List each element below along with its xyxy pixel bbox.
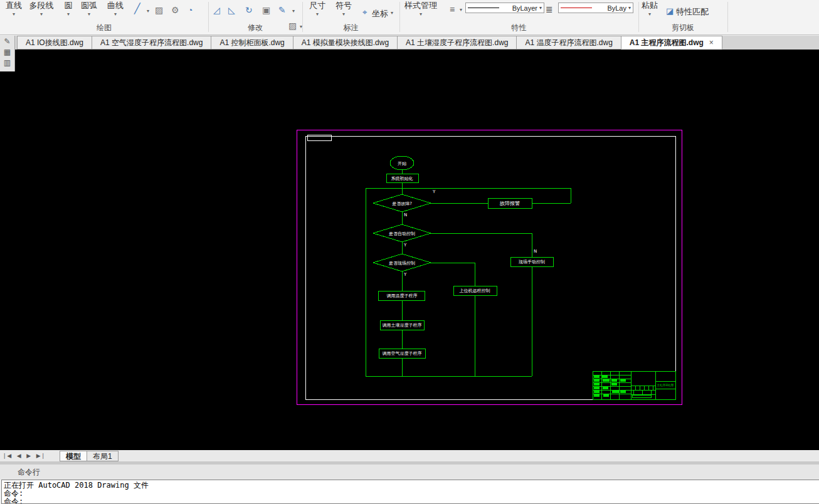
prev-sheet-icon[interactable]: ◀ — [17, 453, 23, 459]
construction-line-icon[interactable]: ╱ — [134, 4, 140, 14]
chevron-down-icon[interactable]: ▾ — [334, 11, 354, 17]
chevron-down-icon[interactable]: ▾ — [391, 10, 393, 16]
chevron-down-icon[interactable]: ▾ — [640, 11, 660, 17]
match-properties-icon[interactable]: ◪ — [666, 6, 674, 16]
match-properties-label[interactable]: 特性匹配 — [676, 6, 709, 18]
chevron-down-icon[interactable]: ▾ — [78, 11, 100, 17]
rotate-icon[interactable]: ↻ — [245, 5, 253, 15]
file-tabs: A1 IO接线图.dwg A1 空气湿度子程序流程图.dwg A1 控制柜面板.… — [17, 36, 722, 50]
chevron-down-icon[interactable]: ▾ — [26, 11, 56, 17]
init-node-label[interactable]: 系统初始化 — [391, 176, 413, 181]
title-block-cell — [602, 375, 608, 378]
chevron-down-icon[interactable]: ▾ — [292, 8, 295, 14]
drawing-canvas[interactable]: 开始 系统初始化 是否故障? Y N 故障报警 是否自动控制 Y N 现场手动控… — [0, 50, 819, 450]
coordinate-icon[interactable]: ⌖ — [362, 8, 367, 18]
tab-layout1[interactable]: 布局1 — [87, 451, 119, 461]
tab-main-program-flow[interactable]: A1 主程序流程图.dwg × — [621, 36, 722, 50]
file-tab-bar: A1 IO接线图.dwg A1 空气湿度子程序流程图.dwg A1 控制柜面板.… — [0, 36, 819, 50]
chevron-down-icon[interactable]: ▾ — [628, 5, 631, 11]
tab-soil-humidity-flow[interactable]: A1 土壤湿度子程序流程图.dwg — [397, 36, 517, 50]
chevron-down-icon[interactable]: ▾ — [60, 11, 77, 17]
polyline-button-label: 多段线 — [29, 1, 54, 10]
paper-border[interactable] — [297, 130, 682, 404]
call-soil-humidity-label[interactable]: 调用土壤湿度子程序 — [383, 323, 422, 328]
call-air-humidity-label[interactable]: 调用空气湿度子程序 — [383, 351, 422, 356]
start-node-label[interactable]: 开始 — [398, 161, 407, 166]
draw-panel-label: 绘图 — [0, 23, 208, 33]
spline-button[interactable]: 曲线 ▾ — [104, 1, 127, 17]
grid-tool-icon[interactable]: ▦ — [4, 47, 11, 58]
lineweight-icon[interactable]: ≣ — [546, 4, 553, 14]
title-block-cell — [620, 391, 626, 393]
remote-control-label[interactable]: 上位机远程控制 — [460, 288, 490, 293]
symbol-button[interactable]: 符号 ▾ — [334, 1, 354, 17]
title-block-cell — [594, 383, 600, 386]
tab-analog-module[interactable]: A1 模拟量模块接线图.dwg — [293, 36, 398, 50]
title-block-cell — [594, 379, 600, 382]
chevron-down-icon[interactable]: ▾ — [403, 11, 438, 17]
paste-button[interactable]: 粘贴 ▾ — [640, 1, 660, 17]
color-preview — [561, 8, 592, 8]
stretch-icon[interactable]: ◿ — [213, 5, 220, 15]
chevron-down-icon[interactable]: ▾ — [147, 8, 149, 14]
hatch-icon[interactable]: ▨ — [155, 5, 163, 15]
border-tag-box[interactable] — [307, 135, 331, 140]
arc-button[interactable]: 圆弧 ▾ — [78, 1, 100, 17]
tab-label: A1 土壤湿度子程序流程图.dwg — [406, 38, 508, 48]
chevron-down-icon[interactable]: ▾ — [104, 11, 127, 17]
properties-panel-label: 特性 — [399, 23, 638, 33]
command-line-text: 命令: — [4, 490, 819, 498]
array-icon[interactable]: ▣ — [262, 5, 270, 15]
title-block[interactable]: 主程序流程图 — [593, 371, 675, 399]
last-sheet-icon[interactable]: ▶| — [36, 453, 46, 459]
ribbon: 直线 ▾ 多段线 ▾ 圆 ▾ 圆弧 ▾ 曲线 ▾ ╱ ▾ ▨ ⚙ ◔ 绘图 ◿ … — [0, 0, 819, 35]
line-button[interactable]: 直线 ▾ — [4, 1, 24, 17]
branch-yes-label: Y — [403, 272, 407, 277]
edit-icon[interactable]: ✎ — [278, 5, 286, 15]
tab-io-wiring[interactable]: A1 IO接线图.dwg — [17, 36, 92, 50]
first-sheet-icon[interactable]: |◀ — [4, 453, 13, 459]
annotate-tool-icon[interactable]: ✎ — [4, 36, 10, 47]
tab-label: A1 温度子程序流程图.dwg — [525, 38, 612, 48]
tab-model[interactable]: 模型 — [60, 451, 87, 461]
pie-wipeout-icon[interactable]: ◔ — [188, 5, 193, 15]
chevron-down-icon[interactable]: ▾ — [460, 7, 462, 13]
dimension-button-label: 尺寸 — [309, 1, 325, 10]
decision-auto-label[interactable]: 是否自动控制 — [389, 231, 415, 236]
linetype-dropdown[interactable]: ByLayer ▾ — [465, 3, 544, 13]
dimension-button[interactable]: 尺寸 ▾ — [307, 1, 327, 17]
coordinate-button-label[interactable]: 坐标 — [372, 8, 388, 19]
style-manager-button[interactable]: 样式管理 ▾ — [403, 1, 438, 17]
next-sheet-icon[interactable]: ▶ — [26, 453, 33, 459]
linetype-preview — [468, 8, 499, 8]
call-temperature-label[interactable]: 调用温度子程序 — [387, 293, 418, 298]
polyline-button[interactable]: 多段线 ▾ — [26, 1, 56, 17]
annotate-panel-label: 标注 — [302, 23, 399, 33]
drawing-svg: 开始 系统初始化 是否故障? Y N 故障报警 是否自动控制 Y N 现场手动控… — [0, 50, 819, 450]
chamfer-icon[interactable]: ◺ — [228, 5, 235, 15]
alarm-node-label[interactable]: 故障报警 — [500, 201, 520, 206]
command-palette-title[interactable]: 命令行 — [0, 465, 819, 480]
paste-button-label: 粘贴 — [642, 1, 658, 10]
circle-button[interactable]: 圆 ▾ — [60, 1, 77, 17]
inner-border[interactable] — [305, 136, 675, 399]
chevron-down-icon[interactable]: ▾ — [4, 11, 24, 17]
table-tool-icon[interactable]: ▥ — [4, 58, 11, 68]
tab-air-humidity-flow[interactable]: A1 空气湿度子程序流程图.dwg — [92, 36, 211, 50]
chevron-down-icon[interactable]: ▾ — [539, 5, 542, 11]
manual-control-label[interactable]: 现场手动控制 — [519, 260, 545, 265]
command-line-area[interactable]: 正在打开 AutoCAD 2018 Drawing 文件 命令: 命令: — [1, 480, 819, 504]
tab-label: A1 IO接线图.dwg — [26, 38, 83, 48]
decision-local-label[interactable]: 是否现场控制 — [389, 261, 415, 266]
tab-temperature-flow[interactable]: A1 温度子程序流程图.dwg — [516, 36, 621, 50]
tab-label: A1 空气湿度子程序流程图.dwg — [100, 38, 203, 48]
title-block-cell — [611, 383, 617, 386]
linetype-icon[interactable]: ≡ — [450, 4, 455, 14]
tab-control-cabinet[interactable]: A1 控制柜面板.dwg — [211, 36, 293, 50]
decision-fault-label[interactable]: 是否故障? — [392, 201, 412, 206]
gear-icon[interactable]: ⚙ — [171, 5, 179, 15]
close-icon[interactable]: × — [709, 38, 714, 47]
color-dropdown[interactable]: ByLay ▾ — [558, 3, 633, 13]
chevron-down-icon[interactable]: ▾ — [307, 11, 327, 17]
title-block-cell — [632, 395, 651, 397]
